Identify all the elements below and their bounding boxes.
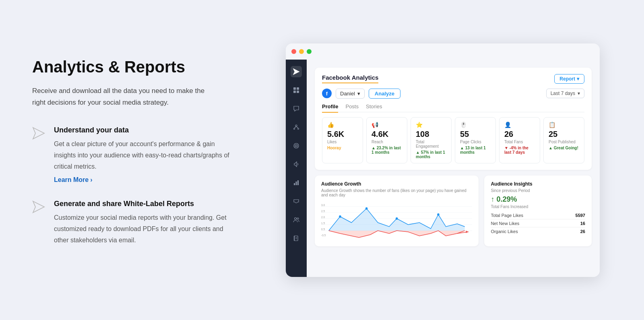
posts-badge: ▲ Great Going! [549,146,579,150]
learn-more-link[interactable]: Learn More › [54,176,93,184]
svg-text:1.5: 1.5 [321,222,325,225]
posts-icon: 📋 [549,122,555,128]
feature-desc-understand: Get a clear picture of your account's pe… [54,138,231,172]
send-icon-2 [32,200,47,215]
posts-label: Post Published [549,140,579,144]
audience-growth-desc: Audience Growth shows the number of fans… [321,188,472,197]
dot-green [307,49,312,54]
sidebar-icon-people[interactable] [291,214,302,225]
clicks-icon: 🖱️ [460,122,467,128]
metric-posts: 📋 25 Post Published ▲ Great Going! [543,117,584,163]
svg-point-18 [295,217,297,219]
posts-value: 25 [549,130,579,139]
account-row: f Daniel ▾ Analyze Last 7 days ▾ [322,89,584,99]
fans-badge: ▼ -4% in the last 7 days [504,146,535,155]
sidebar-icon-grid[interactable] [291,85,302,96]
reach-icon: 📢 [372,122,378,128]
sidebar-icon-network[interactable] [291,122,302,133]
clicks-badge: ▲ 13 in last 1 months [460,146,491,155]
svg-point-32 [437,213,440,216]
svg-rect-3 [293,87,296,90]
analyze-button[interactable]: Analyze [369,89,400,99]
sidebar-icon-send[interactable] [291,66,302,77]
svg-point-8 [294,128,295,129]
fans-label: Total Fans [504,140,535,144]
audience-insights-card: Audience Insights Since previous Period … [484,175,592,246]
svg-rect-15 [294,183,295,185]
feature-title-understand: Understand your data [54,126,231,134]
svg-rect-17 [297,180,299,185]
svg-text:2.0: 2.0 [321,216,325,219]
engagement-value: 108 [416,130,446,139]
metric-fans: 👤 26 Total Fans ▼ -4% in the last 7 days [499,117,540,163]
engagement-icon: ⭐ [416,122,423,128]
fans-icon: 👤 [504,122,511,128]
dot-yellow [299,49,304,54]
chevron-down-icon: ▾ [577,76,579,82]
page-title: Analytics & Reports [32,58,242,76]
reach-value: 4.6K [372,130,402,139]
svg-rect-4 [297,87,299,90]
analytics-title: Facebook Analytics [322,74,378,83]
insights-title: Audience Insights [491,181,585,187]
insight-row-2: Organic Likes 26 [491,229,585,235]
tab-profile[interactable]: Profile [322,103,338,113]
sidebar-icon-inbox[interactable] [291,196,302,207]
dashboard-content: Facebook Analytics Report ▾ f Daniel ▾ A… [307,60,600,277]
svg-rect-16 [296,182,297,185]
svg-line-11 [296,126,298,128]
svg-point-30 [365,207,368,210]
tabs-row: Profile Posts Stories [322,103,584,113]
engagement-label: Total Engagement [416,140,446,149]
sidebar-icon-megaphone[interactable] [291,159,302,170]
svg-text:3.0: 3.0 [321,204,325,206]
chart-area: 3.0 2.5 2.0 1.5 0.5 -0.5 [321,200,472,241]
fans-value: 26 [504,130,535,139]
period-select[interactable]: Last 7 days ▾ [546,89,584,98]
feature-desc-reports: Customize your social media reports with… [54,212,231,246]
analytics-card: Facebook Analytics Report ▾ f Daniel ▾ A… [315,68,592,170]
svg-point-31 [396,217,398,220]
clicks-label: Page Clicks [460,140,491,144]
facebook-icon: f [322,89,332,98]
sidebar-icon-book[interactable] [291,233,302,244]
insight-row-1: Net New Likes 16 [491,221,585,227]
likes-label: Likes [327,140,358,144]
svg-text:2.5: 2.5 [321,210,325,213]
svg-point-14 [296,145,297,146]
svg-marker-35 [466,231,469,233]
feature-item-understand: Understand your data Get a clear picture… [32,126,242,184]
clicks-value: 55 [460,130,491,139]
svg-marker-0 [33,128,44,139]
account-select[interactable]: Daniel ▾ [336,89,365,99]
browser-window: Facebook Analytics Report ▾ f Daniel ▾ A… [286,43,600,277]
sidebar-icon-chart[interactable] [291,177,302,188]
reach-label: Reach [372,140,402,144]
feature-title-reports: Generate and share White-Label Reports [54,200,231,208]
likes-icon: 👍 [327,122,334,128]
audience-growth-title: Audience Growth [321,181,472,187]
metric-likes: 👍 5.6K Likes Hooray [322,117,363,163]
insights-highlight: ↑ 0.29% [491,195,585,204]
report-button[interactable]: Report ▾ [554,74,584,84]
metric-engagement: ⭐ 108 Total Engagement ▲ 57% in last 1 m… [411,117,452,163]
chevron-right-icon: › [90,176,92,184]
svg-marker-1 [33,201,44,213]
tab-posts[interactable]: Posts [345,103,359,112]
metric-clicks: 🖱️ 55 Page Clicks ▲ 13 in last 1 months [455,117,496,163]
card-header-row: Facebook Analytics Report ▾ [322,74,584,84]
insights-highlight-label: Total Fans Increased [491,204,585,209]
insights-period: Since previous Period [491,188,585,193]
svg-rect-5 [293,91,296,93]
sidebar [286,60,307,277]
sidebar-icon-chat[interactable] [291,103,302,114]
dot-red [291,49,296,54]
svg-text:-0.5: -0.5 [321,234,326,237]
likes-value: 5.6K [327,130,358,139]
tab-stories[interactable]: Stories [366,103,382,112]
metrics-row: 👍 5.6K Likes Hooray 📢 4.6K Reach ▲ 23.2%… [322,117,584,163]
sidebar-icon-target[interactable] [291,140,302,151]
svg-text:0.5: 0.5 [321,228,325,231]
browser-titlebar [286,43,600,60]
metric-reach: 📢 4.6K Reach ▲ 23.2% in last 1 months [366,117,407,163]
